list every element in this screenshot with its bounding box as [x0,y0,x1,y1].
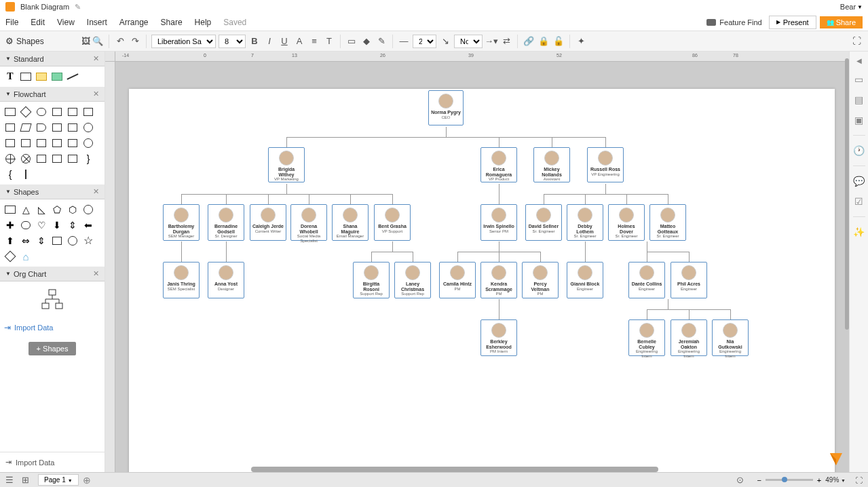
user-menu[interactable]: Bear [840,3,856,11]
menu-view[interactable]: View [57,18,75,27]
org-node-ceo[interactable]: Norma Pygry CEO [428,90,464,125]
history-icon[interactable]: 🕐 [854,145,865,156]
org-node[interactable]: Brigida WitheyVP Marketing [268,147,305,182]
org-node[interactable]: Bernadine GodsellSr. Designer [208,204,244,241]
edit-title-icon[interactable]: ✎ [75,3,81,12]
geo-shape[interactable]: ⌂ [20,250,32,262]
text-options-icon[interactable]: T [323,35,335,47]
flowchart-shape[interactable] [20,137,32,149]
present-button[interactable]: Present [769,16,816,29]
shapes-section-header[interactable]: ▼Shapes ✕ [0,184,105,199]
flowchart-shape[interactable] [51,106,63,118]
org-node[interactable]: Phil AcresEngineer [671,262,707,298]
org-node[interactable]: Laney ChristmasSupport Rep [394,262,431,298]
line-style-icon[interactable]: — [398,35,410,47]
zoom-slider[interactable] [766,479,813,481]
geo-shape[interactable]: ⬡ [67,203,79,216]
flowchart-shape[interactable] [67,137,79,149]
org-node[interactable]: Irwin SpinelloSenior PM [480,204,517,241]
list-view-icon[interactable]: ☰ [5,475,16,486]
flowchart-shape[interactable] [4,153,16,165]
menu-arrange[interactable]: Arrange [119,18,149,27]
rect-shape[interactable] [20,71,32,83]
flowchart-shape[interactable] [35,153,48,165]
magic-icon[interactable]: ✦ [575,35,587,47]
geo-shape[interactable]: ⇕ [35,235,48,247]
text-shape[interactable]: T [4,71,16,83]
flowchart-shape[interactable] [20,168,32,180]
gear-icon[interactable]: ⚙ [5,36,14,46]
geo-shape[interactable] [67,235,79,247]
flowchart-shape[interactable] [35,121,48,134]
flowchart-shape[interactable] [35,137,48,149]
flowchart-shape[interactable] [35,106,48,118]
zoom-value[interactable]: 49% ▼ [825,476,846,484]
flowchart-shape[interactable]: { [4,168,16,180]
org-node[interactable]: Jeremiah OaktonEngineering Intern [671,319,707,356]
org-node[interactable]: Gianni BlockEngineer [567,262,603,298]
org-node[interactable]: Birgitta RosoniSupport Rep [353,262,390,298]
redo-icon[interactable]: ↷ [129,35,141,47]
checklist-icon[interactable]: ☑ [854,196,865,207]
geo-shape[interactable]: ✚ [4,219,16,231]
flowchart-shape[interactable] [4,121,16,134]
underline-icon[interactable]: U [278,35,290,47]
org-node[interactable]: Bernelle CubleyEngineering Intern [628,319,665,356]
feature-find[interactable]: Feature Find [706,18,761,26]
collapse-panel-icon[interactable]: ◀ [856,57,862,64]
line-type-icon[interactable]: ↘ [439,35,451,47]
geo-shape[interactable]: ⬅ [82,219,94,231]
flowchart-shape[interactable] [20,106,32,118]
menu-insert[interactable]: Insert [87,18,107,27]
line-width-select[interactable]: 2 px [413,35,436,48]
geo-shape[interactable]: ⇔ [20,235,32,247]
org-node[interactable]: Erica RomagueraVP Product [480,147,517,182]
org-node[interactable]: Dante CollinsEngineer [628,262,665,298]
org-node[interactable]: Nia GutkowskiEngineering Intern [712,319,749,356]
menu-edit[interactable]: Edit [31,18,45,27]
geo-shape[interactable]: ◺ [35,203,48,216]
geo-shape[interactable] [4,203,16,216]
fullscreen-icon[interactable]: ⛶ [855,476,863,484]
geo-shape[interactable]: ⇕ [67,219,79,231]
bold-icon[interactable]: B [248,35,261,47]
app-logo[interactable] [5,2,15,12]
align-icon[interactable]: ≡ [308,35,320,47]
org-node[interactable]: Matteo GotteauxSr. Engineer [649,204,686,241]
geo-shape[interactable]: △ [20,203,32,216]
flowchart-shape[interactable] [82,137,94,149]
geo-shape[interactable] [51,235,63,247]
lock-icon[interactable]: 🔒 [537,35,550,47]
flowchart-shape[interactable] [51,137,63,149]
menu-help[interactable]: Help [195,18,212,27]
menu-file[interactable]: File [5,18,18,27]
flowchart-shape[interactable] [4,106,16,118]
page-settings-icon[interactable]: ▭ [854,74,865,85]
page-canvas[interactable]: Norma Pygry CEO Brigida WitheyVP Marketi… [129,89,835,472]
undo-icon[interactable]: ↶ [114,35,126,47]
flowchart-shape[interactable] [67,121,79,134]
flowchart-shape[interactable] [67,106,79,118]
fill-icon[interactable]: ◆ [360,35,373,47]
org-node[interactable]: Debby LothemSr. Engineer [567,204,603,241]
font-size-select[interactable]: 8 pt [219,35,246,48]
geo-shape[interactable] [82,203,94,216]
org-node[interactable]: Janis ThringSEM Specialist [163,262,200,298]
flowchart-shape[interactable] [51,121,63,134]
fullscreen-icon[interactable]: ⛶ [850,35,863,47]
font-select[interactable]: Liberation Sans [151,35,216,48]
flowchart-shape[interactable] [51,153,63,165]
comments-icon[interactable]: ▣ [854,115,865,125]
org-node[interactable]: Dorena WhobellSocial Media Specialist [290,204,327,241]
org-node[interactable]: Russell RossVP Engineering [587,147,624,182]
image-icon[interactable]: 🖼 [79,35,92,47]
arrow-end-icon[interactable]: →▾ [485,35,497,47]
horizontal-scrollbar[interactable] [251,467,658,472]
layers-icon[interactable]: ▤ [854,94,865,105]
org-node[interactable]: Bent GrashaVP Support [374,204,411,241]
block-shape[interactable] [51,71,63,83]
geo-shape[interactable]: ☆ [82,235,94,247]
geo-shape[interactable] [20,219,32,231]
org-chart-preview[interactable] [0,281,105,319]
close-icon[interactable]: ✕ [93,187,99,196]
